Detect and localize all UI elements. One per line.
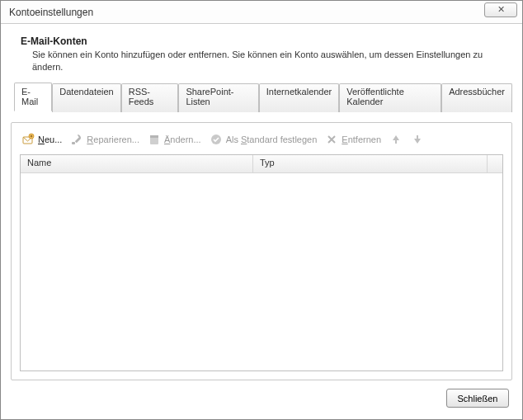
column-header-name[interactable]: Name [21, 155, 253, 172]
repair-account-button[interactable]: Reparieren... [70, 133, 139, 146]
change-account-button[interactable]: Ändern... [148, 133, 201, 146]
repair-icon [70, 133, 83, 146]
header-block: E-Mail-Konten Sie können ein Konto hinzu… [11, 32, 512, 84]
column-header-spacer [488, 155, 502, 172]
tab-sharepoint[interactable]: SharePoint-Listen [178, 83, 258, 112]
check-circle-icon [210, 133, 223, 146]
new-label: Neu... [38, 134, 62, 144]
setdefault-label: Als Standard festlegen [226, 134, 318, 144]
tab-rss[interactable]: RSS-Feeds [121, 83, 179, 112]
new-mail-icon [21, 133, 35, 146]
remove-label: Entfernen [342, 134, 381, 144]
header-title: E-Mail-Konten [21, 35, 506, 47]
close-button[interactable]: Schließen [446, 389, 509, 408]
window-title: Kontoeinstellungen [9, 7, 484, 18]
set-default-button[interactable]: Als Standard festlegen [210, 133, 318, 146]
content-area: E-Mail-Konten Sie können ein Konto hinzu… [1, 24, 522, 419]
tab-panel: Neu... Reparieren... [11, 122, 512, 380]
remove-account-button[interactable]: Entfernen [325, 133, 381, 146]
tabstrip: E-Mail Datendateien RSS-Feeds SharePoint… [11, 101, 512, 119]
window-close-button[interactable]: ✕ [484, 2, 517, 17]
toolbar: Neu... Reparieren... [20, 131, 503, 154]
new-account-button[interactable]: Neu... [21, 133, 62, 146]
footer: Schließen [11, 380, 512, 409]
account-settings-window: Kontoeinstellungen ✕ E-Mail-Konten Sie k… [0, 0, 523, 420]
list-header: Name Typ [21, 155, 502, 173]
svg-rect-4 [150, 135, 158, 138]
change-label: Ändern... [164, 134, 201, 144]
move-up-button[interactable] [389, 133, 403, 146]
change-icon [148, 133, 161, 146]
tab-email[interactable]: E-Mail [14, 83, 52, 111]
arrow-down-icon [411, 133, 424, 146]
tab-published-calendars[interactable]: Veröffentlichte Kalender [339, 83, 441, 112]
arrow-up-icon [389, 133, 403, 146]
accounts-list[interactable]: Name Typ [20, 154, 503, 371]
header-description: Sie können ein Konto hinzufügen oder ent… [21, 49, 506, 74]
tab-internet-calendars[interactable]: Internetkalender [259, 83, 340, 112]
remove-icon [325, 133, 338, 146]
repair-label: Reparieren... [87, 134, 139, 144]
move-down-button[interactable] [411, 133, 424, 146]
tab-address-books[interactable]: Adressbücher [441, 83, 512, 112]
tab-datafiles[interactable]: Datendateien [52, 83, 120, 112]
titlebar: Kontoeinstellungen ✕ [1, 1, 522, 24]
svg-rect-2 [72, 142, 75, 144]
list-body [21, 173, 502, 370]
close-icon: ✕ [497, 4, 505, 15]
column-header-type[interactable]: Typ [253, 155, 488, 172]
